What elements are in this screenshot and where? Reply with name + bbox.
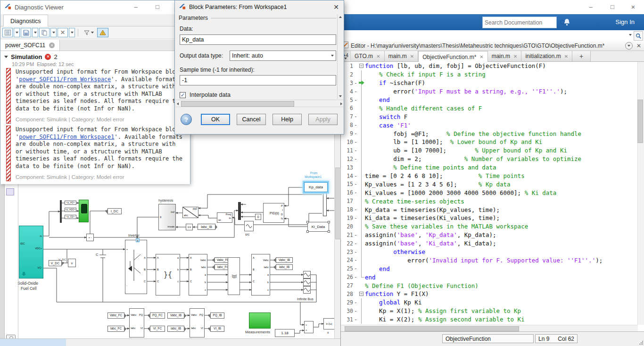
ac-source-c[interactable] — [303, 286, 311, 294]
measurements-block[interactable] — [249, 312, 271, 329]
editor-horizontal-scrollbar[interactable] — [341, 325, 638, 331]
selection-handle[interactable] — [306, 221, 309, 223]
output-data-type-select[interactable]: Inherit: auto — [230, 51, 336, 61]
resize-grip[interactable] — [639, 341, 643, 345]
close-tab-icon[interactable]: ✕ — [479, 54, 483, 59]
ac-source-a[interactable] — [303, 271, 311, 278]
pqfc-goto-tag[interactable]: PQ_FC — [150, 312, 165, 319]
dialog-close-icon[interactable]: ✕ — [333, 3, 339, 11]
vi-meas-ib-block[interactable]: ABCVabcIabcabc — [251, 254, 270, 295]
scrollbar-thumb[interactable] — [335, 168, 341, 239]
find-icon[interactable] — [634, 31, 643, 41]
report-list-dropdown-icon[interactable] — [14, 28, 20, 37]
matlab-close-button[interactable]: × — [626, 3, 640, 11]
close-tab-icon[interactable]: ✕ — [564, 54, 568, 59]
measfc-block[interactable]: VabcIabcPQVI — [129, 308, 144, 338]
close-tab-icon[interactable]: × — [49, 42, 55, 48]
ok-button[interactable]: OK — [201, 114, 230, 125]
idc-goto-tag[interactable]: I_DC — [107, 208, 122, 214]
rlc-branch-block[interactable]: ))) — [228, 257, 240, 295]
const-0-block[interactable]: 0 — [255, 214, 261, 220]
selection-handle[interactable] — [328, 230, 330, 233]
const-118-block[interactable]: 1.18 — [275, 329, 295, 337]
ptag-h2o[interactable]: <p_H2O> — [65, 208, 76, 212]
dv-maximize-button[interactable]: □ — [150, 3, 165, 11]
clear-log-icon[interactable]: ✕ — [58, 28, 68, 37]
scroll-right-icon[interactable] — [340, 102, 342, 105]
vifc-goto-tag[interactable]: VI_FC — [150, 326, 165, 332]
filter-icon[interactable] — [81, 28, 96, 37]
sqrt-block[interactable]: ±√|u| — [323, 318, 335, 329]
iabcib-from-tag2[interactable]: Iabc_IB — [167, 326, 184, 332]
editor-tab-gto-m[interactable]: GTO.m✕ — [351, 51, 385, 61]
code-area[interactable]: 1−function [lb, ub, dim, fobj] = Objecti… — [341, 62, 638, 325]
vi-meas-fc-block[interactable]: ABCVabcIabcabc — [189, 254, 207, 295]
editor-vertical-scrollbar[interactable] — [637, 62, 644, 325]
editor-actions-icon[interactable] — [625, 42, 633, 50]
ac-source-b[interactable] — [303, 278, 311, 286]
editor-close-icon[interactable]: ✕ — [636, 42, 641, 49]
current-meas-block[interactable]: + - — [86, 234, 94, 241]
dialog-help-icon[interactable]: ? — [181, 114, 192, 125]
tab-power-sofc11[interactable]: power_SOFC11 × — [0, 40, 60, 51]
search-documentation-input[interactable] — [483, 19, 560, 26]
sofc-block[interactable]: mVDC+VC-IDC — [19, 226, 43, 278]
iabcfc-from-tag[interactable]: Iabc_FC — [107, 326, 124, 332]
error-block-link[interactable]: power_SOFC11/From Workspace — [19, 76, 111, 83]
matlab-minimize-button[interactable]: – — [584, 3, 598, 11]
freq-block[interactable]: FreqwtIn — [217, 212, 232, 223]
save-log-icon[interactable] — [21, 28, 31, 37]
output-mux-block[interactable] — [323, 193, 327, 216]
search-documentation-box[interactable] — [482, 17, 557, 28]
scrollbar-thumb[interactable] — [637, 100, 643, 143]
editor-tab-main-m[interactable]: main.m✕ — [385, 51, 419, 61]
cancel-button[interactable]: Cancel — [237, 114, 266, 125]
vabcib-goto-tag[interactable]: Vabc_IB — [276, 257, 293, 263]
sign-in-link[interactable]: Sign In — [616, 18, 635, 25]
transformer-block[interactable]: }{ABCabc — [156, 254, 180, 295]
ki-from-workspace-block[interactable]: Ki_Data — [307, 222, 329, 232]
pqib-goto-tag[interactable]: PQ_IB — [210, 312, 224, 319]
report-list-icon[interactable] — [2, 28, 13, 37]
ptag-h2[interactable]: <p_H2> — [65, 201, 76, 205]
simulation-section-header[interactable]: Simulation ✕ 2 — [4, 53, 58, 60]
data-field-input[interactable] — [180, 34, 336, 45]
ptag-o2[interactable]: <p_O2> — [65, 215, 76, 219]
clear-log-dropdown-icon[interactable] — [69, 28, 75, 37]
warnings-toggle-icon[interactable]: ! — [97, 28, 108, 37]
close-tab-icon[interactable]: ✕ — [410, 54, 414, 59]
palette-annotation-icon[interactable] — [6, 188, 14, 195]
sum-block[interactable]: ++ — [304, 321, 314, 333]
tab-diagnostics[interactable]: Diagnostics — [3, 15, 48, 27]
save-log-dropdown-icon[interactable] — [32, 28, 38, 37]
viib-goto-tag[interactable]: VI_IB — [210, 326, 224, 332]
help-button[interactable]: Help — [272, 114, 302, 125]
hysteresis-block[interactable]: irefgimeas — [158, 204, 176, 230]
bar-dropdown-icon[interactable] — [629, 34, 632, 36]
interpolate-data-checkbox[interactable]: ✓ Interpolate data — [180, 92, 231, 98]
voltage-meas-block[interactable]: v — [68, 259, 76, 267]
inverter-block[interactable]: +ABC- — [125, 240, 147, 294]
selection-handle[interactable] — [328, 221, 330, 223]
dialog-vertical-scrollbar[interactable] — [337, 14, 343, 99]
editor-tab-main-m[interactable]: main.m✕ — [488, 51, 522, 61]
inverter-g-port[interactable]: g — [136, 238, 140, 242]
scope-block[interactable] — [79, 200, 89, 222]
close-tab-icon[interactable]: ✕ — [513, 54, 517, 59]
dialog-horizontal-scrollbar[interactable] — [175, 100, 344, 107]
pid-mux-block[interactable] — [238, 202, 241, 220]
src-block[interactable] — [244, 221, 254, 231]
error-block-link[interactable]: power_SOFC11/From Workspace1 — [19, 134, 114, 140]
copy-log-dropdown-icon[interactable] — [50, 28, 57, 37]
matlab-maximize-button[interactable]: □ — [605, 3, 619, 11]
new-tab-button[interactable]: + — [572, 51, 591, 61]
dq0-block[interactable]: dq0abc — [182, 207, 198, 218]
checkbox-checked-icon[interactable]: ✓ — [180, 92, 186, 98]
collapse-icon[interactable] — [4, 56, 8, 58]
iabcib-goto-tag[interactable]: Iabc_IB — [276, 264, 293, 270]
notifications-bell-icon[interactable] — [563, 18, 571, 26]
scroll-left-icon[interactable] — [177, 102, 179, 105]
editor-tab-initialization-m[interactable]: initialization.m✕ — [521, 51, 572, 61]
kp-from-workspace-block[interactable]: Kp_data — [304, 182, 328, 192]
canvas-vertical-scrollbar[interactable] — [334, 135, 340, 338]
